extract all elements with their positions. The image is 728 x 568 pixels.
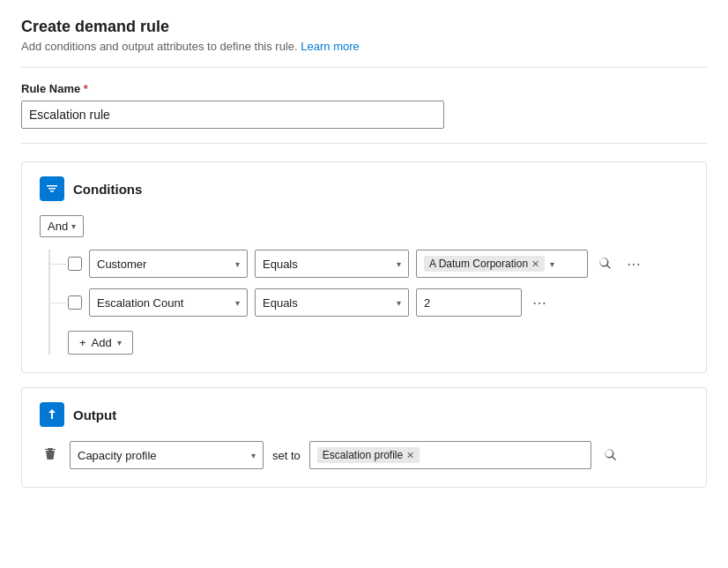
add-chevron-icon: ▾	[117, 338, 122, 348]
condition-2-field-select[interactable]: Escalation Count ▾	[89, 288, 248, 317]
value-chevron-icon: ▾	[550, 259, 554, 269]
output-icon	[40, 402, 64, 427]
conditions-body: Customer ▾ Equals ▾ A Datum Corporation …	[48, 250, 688, 355]
condition-2-operator-select[interactable]: Equals ▾	[255, 288, 409, 317]
rule-name-label: Rule Name *	[21, 82, 707, 95]
rule-name-input[interactable]	[21, 101, 444, 129]
output-title: Output	[73, 407, 116, 422]
condition-1-checkbox[interactable]	[68, 257, 82, 271]
conditions-section: Conditions And ▾ Customer ▾ Equals ▾	[21, 161, 707, 373]
output-value-tag: Escalation profile ✕	[317, 447, 420, 463]
learn-more-link[interactable]: Learn more	[301, 40, 359, 53]
conditions-title: Conditions	[73, 182, 142, 197]
header-divider	[21, 67, 707, 68]
required-indicator: *	[84, 82, 88, 95]
output-search-button[interactable]	[600, 445, 621, 466]
output-field-select[interactable]: Capacity profile ▾	[70, 441, 264, 469]
set-to-label: set to	[272, 449, 301, 462]
conditions-divider	[21, 143, 707, 144]
operator-chevron-icon: ▾	[397, 298, 401, 308]
condition-row-2: Escalation Count ▾ Equals ▾ ⋯	[68, 288, 688, 317]
and-chevron-icon: ▾	[71, 221, 76, 231]
output-chevron-icon: ▾	[251, 451, 256, 460]
conditions-icon	[40, 176, 64, 201]
output-delete-button[interactable]	[40, 443, 61, 467]
field-chevron-icon: ▾	[235, 259, 240, 269]
condition-1-operator-select[interactable]: Equals ▾	[255, 250, 409, 278]
condition-1-tag-close-icon[interactable]: ✕	[531, 258, 539, 270]
condition-2-more-button[interactable]: ⋯	[529, 291, 551, 315]
field-chevron-icon: ▾	[235, 298, 240, 308]
condition-row-1: Customer ▾ Equals ▾ A Datum Corporation …	[68, 250, 688, 278]
output-row: Capacity profile ▾ set to Escalation pro…	[40, 441, 688, 469]
and-dropdown[interactable]: And ▾	[40, 215, 84, 237]
condition-2-checkbox[interactable]	[68, 295, 82, 310]
trash-icon	[43, 446, 57, 460]
page-subtitle: Add conditions and output attributes to …	[21, 40, 707, 53]
conditions-header: Conditions	[40, 176, 688, 201]
condition-1-value-tag: A Datum Corporation ✕	[424, 256, 545, 272]
output-header: Output	[40, 402, 688, 427]
condition-1-field-select[interactable]: Customer ▾	[89, 250, 248, 278]
condition-1-more-button[interactable]: ⋯	[623, 252, 645, 276]
output-icon-svg	[45, 407, 59, 422]
output-value-field[interactable]: Escalation profile ✕	[309, 441, 591, 469]
conditions-icon-svg	[45, 182, 59, 196]
add-icon: +	[79, 336, 86, 349]
output-section: Output Capacity profile ▾ set to Escalat…	[21, 387, 707, 488]
condition-2-value-input[interactable]	[416, 288, 522, 317]
page-header: Create demand rule Add conditions and ou…	[21, 18, 707, 53]
condition-1-value-field[interactable]: A Datum Corporation ✕ ▾	[416, 250, 588, 278]
operator-chevron-icon: ▾	[397, 259, 401, 269]
add-condition-button[interactable]: + Add ▾	[68, 331, 133, 355]
search-icon	[598, 257, 613, 271]
rule-name-section: Rule Name *	[21, 82, 707, 129]
page-title: Create demand rule	[21, 18, 707, 36]
condition-1-search-button[interactable]	[595, 253, 616, 274]
output-tag-close-icon[interactable]: ✕	[406, 450, 414, 461]
page-container: Create demand rule Add conditions and ou…	[0, 0, 728, 568]
search-icon	[604, 448, 618, 462]
